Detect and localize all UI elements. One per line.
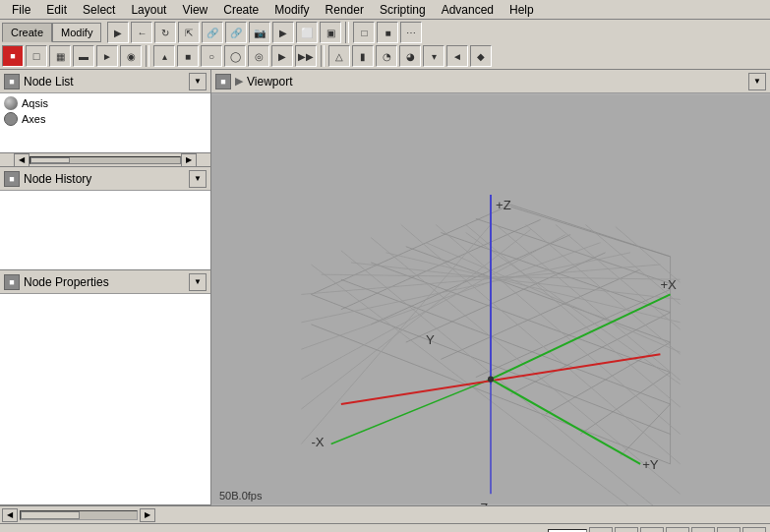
scroll-right-arrow[interactable]: ▶ bbox=[181, 153, 197, 167]
menu-file[interactable]: File bbox=[4, 1, 38, 19]
scroll-track[interactable] bbox=[20, 510, 138, 520]
node-history-dropdown[interactable]: ▼ bbox=[189, 170, 207, 188]
tool-curve[interactable]: ◄ bbox=[446, 45, 468, 67]
tool-ring[interactable]: ◎ bbox=[248, 45, 269, 67]
node-history-title: Node History bbox=[24, 172, 185, 186]
tool-rotate[interactable]: ↻ bbox=[154, 22, 176, 43]
menu-render[interactable]: Render bbox=[318, 1, 372, 19]
tool-play2[interactable]: ▶▶ bbox=[295, 45, 317, 67]
transport-goto-end[interactable]: ▶▮ bbox=[742, 527, 766, 533]
axes-icon bbox=[4, 112, 18, 126]
tool-scale[interactable]: ⇱ bbox=[178, 22, 200, 43]
transport-controls: ▶ 0 bbox=[534, 529, 587, 533]
bottom-scrollbar: ◀ ▶ bbox=[0, 505, 770, 523]
menu-select[interactable]: Select bbox=[75, 1, 123, 19]
tool-camera[interactable]: 📷 bbox=[249, 22, 270, 43]
tool-red-cube[interactable]: ■ bbox=[2, 45, 24, 67]
viewport-svg: +Z +X -X Y -Z +Y bbox=[211, 93, 770, 505]
main-layout: ■ Node List ▼ Aqsis Axes ◀ ▶ bbox=[0, 70, 770, 505]
node-list-header: ■ Node List ▼ bbox=[0, 70, 210, 93]
menu-help[interactable]: Help bbox=[502, 1, 542, 19]
frame-input[interactable]: 0 bbox=[548, 529, 587, 533]
menu-modify[interactable]: Modify bbox=[267, 1, 317, 19]
tool-move[interactable]: ← bbox=[131, 22, 152, 43]
aqsis-label: Aqsis bbox=[22, 97, 48, 109]
node-list-item-aqsis[interactable]: Aqsis bbox=[2, 95, 208, 111]
tool-shape2[interactable]: ■ bbox=[177, 45, 199, 67]
tool-arc[interactable]: ◕ bbox=[399, 45, 421, 67]
svg-text:-Z: -Z bbox=[476, 501, 488, 505]
menu-bar: File Edit Select Layout View Create Modi… bbox=[0, 0, 770, 20]
tool-cylinder[interactable]: ▮ bbox=[352, 45, 374, 67]
modify-tab[interactable]: Modify bbox=[52, 23, 101, 42]
node-history-content bbox=[0, 191, 210, 269]
tool-select[interactable]: ▶ bbox=[107, 22, 129, 43]
viewport-header: ■ ▶ Viewport ▼ bbox=[211, 70, 770, 93]
tool-arrow[interactable]: ► bbox=[96, 45, 118, 67]
tool-chain[interactable]: ◉ bbox=[120, 45, 142, 67]
scroll-right[interactable]: ▶ bbox=[140, 508, 155, 522]
right-transport: ▮◀ ◀◀ ◀ ■ ▶ ▶▶ ▶▮ bbox=[589, 527, 766, 533]
node-properties-section: ■ Node Properties ▼ bbox=[0, 270, 210, 505]
viewport-area: ■ ▶ Viewport ▼ bbox=[211, 70, 770, 505]
menu-scripting[interactable]: Scripting bbox=[372, 1, 434, 19]
tool-dome[interactable]: ◔ bbox=[376, 45, 397, 67]
tool-grid[interactable]: □ bbox=[353, 22, 375, 43]
tool-snap[interactable]: ■ bbox=[377, 22, 398, 43]
node-properties-title: Node Properties bbox=[24, 275, 185, 289]
tool-sphere[interactable]: ○ bbox=[201, 45, 222, 67]
node-history-section: ■ Node History ▼ bbox=[0, 167, 210, 270]
tool-texture[interactable]: ▣ bbox=[320, 22, 341, 43]
scroll-left[interactable]: ◀ bbox=[2, 508, 18, 522]
node-list-item-axes[interactable]: Axes bbox=[2, 111, 208, 127]
node-properties-dropdown[interactable]: ▼ bbox=[189, 273, 207, 291]
tool-ellipse[interactable]: ◯ bbox=[224, 45, 246, 67]
tool-link[interactable]: 🔗 bbox=[202, 22, 223, 43]
menu-advanced[interactable]: Advanced bbox=[434, 1, 502, 19]
svg-text:Y: Y bbox=[426, 332, 435, 347]
menu-layout[interactable]: Layout bbox=[123, 1, 174, 19]
axes-label: Axes bbox=[22, 113, 45, 125]
menu-view[interactable]: View bbox=[174, 1, 215, 19]
transport-stop[interactable]: ■ bbox=[666, 527, 689, 533]
node-list-title: Node List bbox=[24, 75, 185, 89]
tool-play1[interactable]: ▶ bbox=[271, 45, 293, 67]
tool-wave[interactable]: ▾ bbox=[423, 45, 444, 67]
node-list-scrollbar[interactable]: ◀ ▶ bbox=[0, 152, 210, 166]
tool-render[interactable]: ▶ bbox=[272, 22, 294, 43]
transport-step-back[interactable]: ◀ bbox=[640, 527, 664, 533]
fps-label: 50B.0fps bbox=[219, 490, 262, 502]
tool-shape1[interactable]: ▴ bbox=[153, 45, 175, 67]
node-properties-icon: ■ bbox=[4, 274, 20, 290]
transport-play[interactable]: ▶ bbox=[691, 527, 715, 533]
tool-triangle[interactable]: △ bbox=[328, 45, 350, 67]
svg-text:-X: -X bbox=[311, 435, 324, 449]
transport-prev-frame[interactable]: ◀◀ bbox=[615, 527, 638, 533]
scrollbar-track[interactable] bbox=[30, 156, 181, 164]
toolbar-area: Create Modify ▶ ← ↻ ⇱ 🔗 🔗 📷 ▶ ⬜ ▣ □ ■ ⋯ … bbox=[0, 20, 770, 70]
scroll-left-arrow[interactable]: ◀ bbox=[14, 153, 30, 167]
menu-edit[interactable]: Edit bbox=[38, 1, 75, 19]
aqsis-icon bbox=[4, 96, 18, 110]
viewport-title: Viewport bbox=[247, 75, 744, 89]
tool-box[interactable]: ▬ bbox=[73, 45, 94, 67]
tool-extra[interactable]: ◆ bbox=[470, 45, 492, 67]
tool-unlink[interactable]: 🔗 bbox=[225, 22, 247, 43]
transport-next-frame[interactable]: ▶▶ bbox=[717, 527, 740, 533]
tool-3dbox[interactable]: ▦ bbox=[49, 45, 71, 67]
tool-align[interactable]: ⋯ bbox=[400, 22, 422, 43]
scroll-thumb[interactable] bbox=[21, 511, 80, 519]
transport-bar: ▶ 0 ▮◀ ◀◀ ◀ ■ ▶ ▶▶ ▶▮ bbox=[0, 523, 770, 532]
svg-text:+X: +X bbox=[660, 277, 677, 292]
menu-create[interactable]: Create bbox=[215, 1, 267, 19]
node-list-section: ■ Node List ▼ Aqsis Axes ◀ ▶ bbox=[0, 70, 210, 167]
viewport-dropdown[interactable]: ▼ bbox=[748, 73, 766, 90]
node-list-dropdown[interactable]: ▼ bbox=[189, 73, 207, 90]
scrollbar-thumb[interactable] bbox=[30, 157, 70, 163]
create-tab[interactable]: Create bbox=[2, 23, 52, 42]
viewport-canvas[interactable]: +Z +X -X Y -Z +Y bbox=[211, 93, 770, 505]
toolbar-sep-2 bbox=[146, 45, 149, 67]
tool-cube-outline[interactable]: □ bbox=[26, 45, 47, 67]
tool-material[interactable]: ⬜ bbox=[296, 22, 318, 43]
transport-goto-start[interactable]: ▮◀ bbox=[589, 527, 613, 533]
